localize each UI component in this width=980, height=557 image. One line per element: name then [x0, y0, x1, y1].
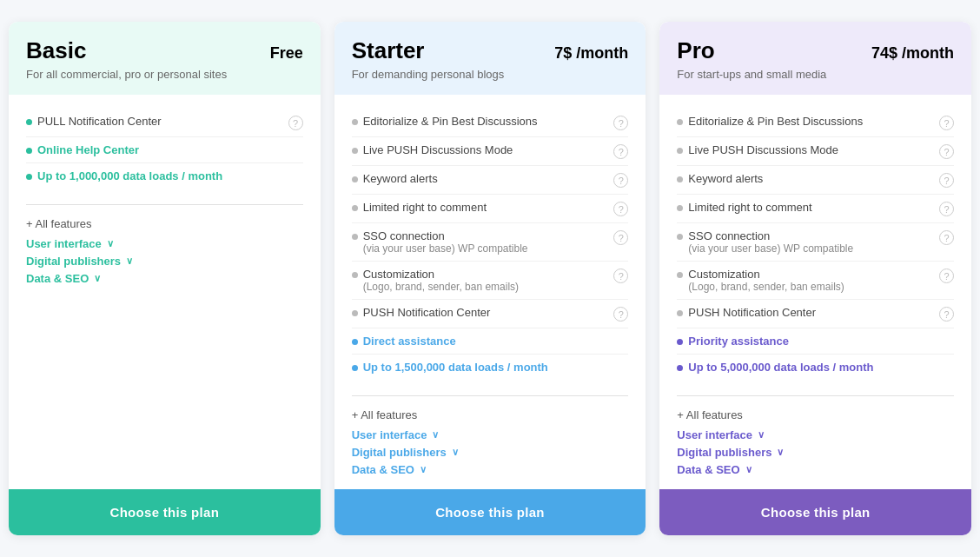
feature-text: Editorialize & Pin Best Discussions: [352, 115, 609, 128]
feature-text: Limited right to comment: [352, 201, 609, 214]
help-icon[interactable]: ?: [939, 230, 954, 245]
feature-item: Limited right to comment?: [677, 195, 954, 223]
expand-item-digital-publishers[interactable]: Digital publishers∨: [677, 446, 954, 459]
feature-item: Customization(Logo, brand, sender, ban e…: [677, 262, 954, 300]
feature-link[interactable]: Online Help Center: [37, 143, 139, 156]
feature-dot-icon: [677, 205, 683, 211]
all-features-label: + All features: [26, 217, 303, 230]
expand-item-label: Digital publishers: [677, 446, 771, 459]
feature-dot-icon: [677, 234, 683, 240]
chevron-down-icon: ∨: [126, 255, 133, 267]
feature-text-line2: (Logo, brand, sender, ban emails): [688, 281, 844, 293]
feature-text-line1: SSO connection: [363, 229, 528, 242]
help-icon[interactable]: ?: [613, 230, 628, 245]
help-icon[interactable]: ?: [613, 173, 628, 188]
feature-multiline: SSO connection(via your user base) WP co…: [688, 229, 853, 255]
help-icon[interactable]: ?: [939, 144, 954, 159]
feature-highlight: Up to 5,000,000 data loads / month: [688, 361, 873, 374]
feature-text-label: Limited right to comment: [688, 201, 811, 214]
expand-item-label: Data & SEO: [677, 463, 739, 476]
feature-dot-icon: [352, 148, 358, 154]
plan-body: PULL Notification Center?Online Help Cen…: [9, 95, 321, 489]
feature-link[interactable]: Direct assistance: [363, 335, 456, 348]
chevron-down-icon: ∨: [432, 429, 439, 441]
feature-item: Keyword alerts?: [352, 166, 629, 195]
feature-text: Online Help Center: [26, 143, 303, 156]
plan-footer: Choose this plan: [334, 489, 646, 535]
feature-dot-icon: [677, 310, 683, 316]
choose-plan-button-basic[interactable]: Choose this plan: [9, 489, 321, 535]
feature-text: Direct assistance: [352, 335, 629, 348]
plans-container: BasicFreeFor all commercial, pro or pers…: [9, 22, 971, 535]
feature-item: Direct assistance: [352, 328, 629, 355]
plan-name: Pro: [677, 37, 714, 64]
help-icon[interactable]: ?: [613, 269, 628, 283]
feature-text: Live PUSH Discussions Mode: [352, 143, 609, 156]
expand-item-label: Data & SEO: [26, 272, 89, 285]
plan-header-pro: Pro74$ /monthFor start-ups and small med…: [659, 22, 971, 95]
expand-item-digital-publishers[interactable]: Digital publishers∨: [26, 255, 303, 268]
chevron-down-icon: ∨: [107, 238, 114, 249]
expand-item-user-interface[interactable]: User interface∨: [677, 428, 954, 441]
feature-item: Customization(Logo, brand, sender, ban e…: [352, 262, 629, 300]
feature-text: Customization(Logo, brand, sender, ban e…: [677, 268, 934, 293]
feature-dot-icon: [352, 272, 358, 278]
feature-dot-icon: [352, 119, 358, 125]
feature-text-label: Editorialize & Pin Best Discussions: [363, 115, 538, 128]
help-icon[interactable]: ?: [939, 116, 954, 130]
plan-body: Editorialize & Pin Best Discussions?Live…: [334, 95, 646, 489]
feature-text-label: PUSH Notification Center: [688, 306, 816, 319]
help-icon[interactable]: ?: [613, 144, 628, 159]
choose-plan-button-pro[interactable]: Choose this plan: [659, 489, 971, 535]
feature-text-label: Live PUSH Discussions Mode: [688, 143, 838, 156]
feature-item: Live PUSH Discussions Mode?: [677, 137, 954, 166]
feature-item: Live PUSH Discussions Mode?: [352, 137, 629, 166]
plan-price: 7$ /month: [554, 44, 628, 63]
feature-text: Priority assistance: [677, 335, 954, 348]
feature-multiline: Customization(Logo, brand, sender, ban e…: [688, 268, 844, 293]
feature-dot-icon: [352, 234, 358, 240]
help-icon[interactable]: ?: [613, 307, 628, 322]
expand-item-user-interface[interactable]: User interface∨: [352, 428, 629, 441]
feature-text: PUSH Notification Center: [352, 306, 609, 319]
chevron-down-icon: ∨: [758, 429, 765, 441]
feature-link[interactable]: Priority assistance: [688, 335, 789, 348]
feature-text: Customization(Logo, brand, sender, ban e…: [352, 268, 609, 293]
feature-dot-icon: [352, 365, 358, 371]
expand-item-data--seo[interactable]: Data & SEO∨: [677, 463, 954, 476]
help-icon[interactable]: ?: [939, 269, 954, 283]
feature-dot-icon: [677, 272, 683, 278]
feature-item: Up to 1,000,000 data loads / month: [26, 163, 303, 189]
feature-text-line2: (via your user base) WP compatible: [363, 242, 528, 255]
help-icon[interactable]: ?: [288, 116, 303, 130]
feature-text: PULL Notification Center: [26, 115, 283, 128]
help-icon[interactable]: ?: [613, 116, 628, 130]
expand-item-data--seo[interactable]: Data & SEO∨: [26, 272, 303, 285]
feature-item: Up to 5,000,000 data loads / month: [677, 355, 954, 380]
feature-item: Online Help Center: [26, 137, 303, 163]
plan-name: Starter: [352, 37, 425, 64]
expand-item-user-interface[interactable]: User interface∨: [26, 237, 303, 250]
plan-footer: Choose this plan: [659, 489, 971, 535]
feature-text: Limited right to comment: [677, 201, 934, 214]
feature-text-label: Limited right to comment: [363, 201, 487, 214]
feature-text: Keyword alerts: [352, 172, 609, 185]
feature-item: SSO connection(via your user base) WP co…: [352, 223, 629, 262]
plan-card-starter: Starter7$ /monthFor demanding personal b…: [334, 22, 646, 535]
feature-item: SSO connection(via your user base) WP co…: [677, 223, 954, 262]
all-features-section: + All featuresUser interface∨Digital pub…: [352, 408, 629, 481]
feature-text-line1: Customization: [688, 268, 844, 281]
help-icon[interactable]: ?: [939, 202, 954, 216]
feature-text: Up to 5,000,000 data loads / month: [677, 361, 954, 374]
expand-item-data--seo[interactable]: Data & SEO∨: [352, 463, 629, 476]
help-icon[interactable]: ?: [939, 307, 954, 322]
feature-list: Editorialize & Pin Best Discussions?Live…: [352, 109, 629, 380]
plan-subtitle: For start-ups and small media: [677, 68, 954, 81]
help-icon[interactable]: ?: [613, 202, 628, 216]
feature-dot-icon: [677, 339, 683, 345]
choose-plan-button-starter[interactable]: Choose this plan: [334, 489, 646, 535]
all-features-section: + All featuresUser interface∨Digital pub…: [677, 408, 954, 481]
expand-item-digital-publishers[interactable]: Digital publishers∨: [352, 446, 629, 459]
help-icon[interactable]: ?: [939, 173, 954, 188]
feature-multiline: SSO connection(via your user base) WP co…: [363, 229, 528, 255]
